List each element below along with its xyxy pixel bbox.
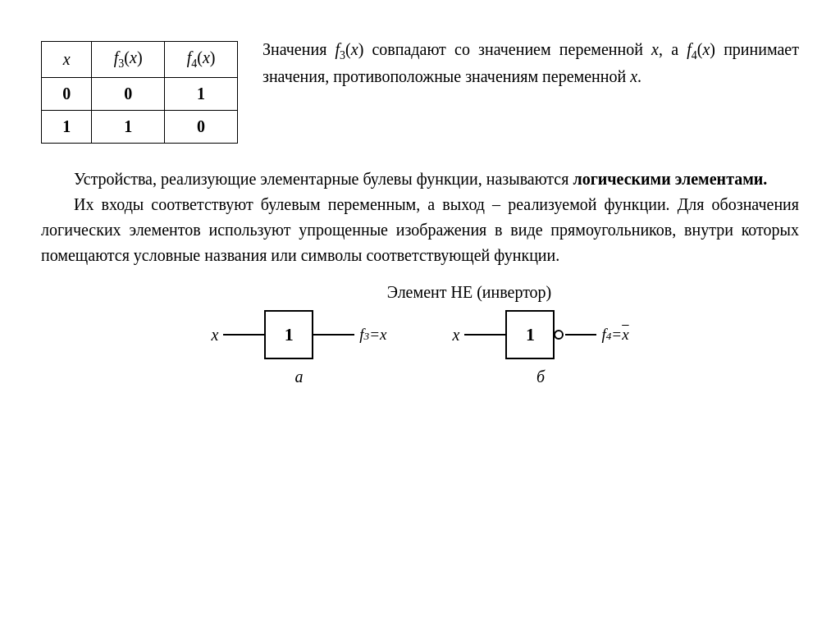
- col-header-x: x: [42, 42, 92, 78]
- circuit-a-f-label: f3=x: [359, 326, 386, 344]
- diagram-section-label: Элемент НЕ (инвертор): [387, 283, 552, 302]
- table-row: 1 1 0: [42, 111, 238, 144]
- inverter-circle: [554, 330, 564, 340]
- paragraph-1: Устройства, реализующие элементарные бул…: [41, 167, 799, 192]
- circuit-a-x-label: x: [211, 326, 218, 345]
- top-section: x f3(x) f4(x) 0 0 1 1 1 0 Значения f3(x)…: [41, 33, 799, 144]
- col-header-f4: f4(x): [165, 42, 238, 78]
- circuit-b-line-right: [565, 334, 596, 336]
- col-header-f3: f3(x): [92, 42, 165, 78]
- cell-f4-0: 1: [165, 78, 238, 111]
- table-row: 0 0 1: [42, 78, 238, 111]
- cell-x-1: 1: [42, 111, 92, 144]
- circuit-b-box: 1: [505, 310, 555, 359]
- circuit-b-f-label: f4=x: [601, 326, 628, 344]
- circuit-a-line-right: [313, 334, 354, 336]
- cell-f3-0: 0: [92, 78, 165, 111]
- main-text: Устройства, реализующие элементарные бул…: [41, 167, 799, 268]
- circuit-b-line-left: [464, 334, 505, 336]
- diagram-a-sublabel: а: [294, 368, 303, 386]
- right-description: Значения f3(x) совпадают со значением пе…: [262, 33, 799, 89]
- paragraph-2: Их входы соответствуют булевым переменны…: [41, 192, 799, 268]
- circuit-a: x 1 f3=x: [211, 310, 386, 359]
- circuit-b-x-label: x: [453, 326, 460, 345]
- cell-x-0: 0: [42, 78, 92, 111]
- diagrams-row: x 1 f3=x а x 1 f4: [41, 310, 799, 386]
- diagram-b-sublabel: б: [536, 368, 545, 386]
- diagram-b: x 1 f4=x б: [453, 310, 629, 386]
- circuit-a-box: 1: [264, 310, 313, 359]
- truth-table: x f3(x) f4(x) 0 0 1 1 1 0: [41, 41, 238, 144]
- cell-f3-1: 1: [92, 111, 165, 144]
- cell-f4-1: 0: [165, 111, 238, 144]
- circuit-a-line-left: [223, 334, 264, 336]
- diagram-section: Элемент НЕ (инвертор) x 1 f3=x а x 1: [41, 283, 799, 386]
- diagram-a: x 1 f3=x а: [211, 310, 386, 386]
- circuit-b: x 1 f4=x: [453, 310, 629, 359]
